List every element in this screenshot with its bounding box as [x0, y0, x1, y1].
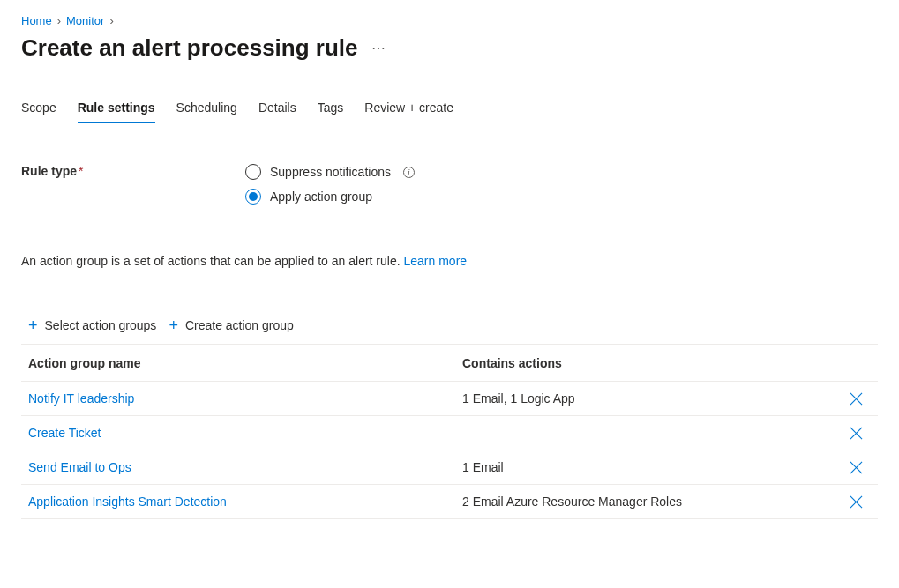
header-contains-actions: Contains actions	[462, 356, 841, 370]
action-group-link[interactable]: Create Ticket	[28, 426, 462, 440]
plus-icon: +	[28, 317, 38, 333]
breadcrumb: Home › Monitor ›	[21, 11, 878, 27]
remove-row-button[interactable]	[845, 422, 866, 443]
action-group-description: An action group is a set of actions that…	[21, 254, 878, 268]
tabs: Scope Rule settings Scheduling Details T…	[21, 100, 878, 123]
close-icon	[850, 461, 863, 474]
action-group-link[interactable]: Send Email to Ops	[28, 460, 462, 474]
radio-icon	[245, 189, 261, 205]
contains-actions-cell: 1 Email	[462, 460, 841, 474]
learn-more-link[interactable]: Learn more	[404, 254, 468, 268]
action-groups-table: Action group name Contains actions Notif…	[21, 344, 878, 519]
rule-type-section: Rule type* Suppress notifications i Appl…	[21, 164, 878, 205]
create-action-group-button[interactable]: + Create action group	[169, 317, 293, 333]
close-icon	[850, 427, 863, 440]
radio-apply-label: Apply action group	[270, 190, 372, 204]
table-row: Notify IT leadership 1 Email, 1 Logic Ap…	[21, 382, 878, 416]
page-title: Create an alert processing rule	[21, 34, 357, 62]
tab-scope[interactable]: Scope	[21, 100, 56, 123]
contains-actions-cell: 2 Email Azure Resource Manager Roles	[462, 495, 841, 509]
remove-row-button[interactable]	[845, 388, 866, 409]
tab-details[interactable]: Details	[258, 100, 296, 123]
rule-type-label-text: Rule type	[21, 164, 77, 178]
tab-rule-settings[interactable]: Rule settings	[78, 100, 155, 123]
radio-icon	[245, 164, 261, 180]
chevron-right-icon: ›	[109, 14, 113, 27]
remove-row-button[interactable]	[845, 491, 866, 512]
tab-review-create[interactable]: Review + create	[364, 100, 453, 123]
chevron-right-icon: ›	[57, 14, 61, 27]
select-action-groups-label: Select action groups	[45, 318, 157, 332]
action-group-link[interactable]: Application Insights Smart Detection	[28, 495, 462, 509]
radio-suppress-notifications[interactable]: Suppress notifications i	[245, 164, 415, 180]
title-row: Create an alert processing rule ⋯	[21, 34, 878, 62]
table-row: Application Insights Smart Detection 2 E…	[21, 485, 878, 519]
breadcrumb-home[interactable]: Home	[21, 14, 52, 27]
select-action-groups-button[interactable]: + Select action groups	[28, 317, 156, 333]
required-indicator: *	[79, 164, 83, 178]
header-action-group-name: Action group name	[28, 356, 462, 370]
description-text: An action group is a set of actions that…	[21, 254, 401, 268]
action-group-link[interactable]: Notify IT leadership	[28, 391, 462, 406]
create-action-group-label: Create action group	[185, 318, 294, 332]
radio-suppress-label: Suppress notifications	[270, 165, 391, 179]
table-row: Create Ticket	[21, 416, 878, 450]
rule-type-radio-group: Suppress notifications i Apply action gr…	[245, 164, 415, 205]
close-icon	[850, 392, 863, 406]
table-header: Action group name Contains actions	[21, 345, 878, 382]
breadcrumb-monitor[interactable]: Monitor	[66, 14, 104, 27]
contains-actions-cell: 1 Email, 1 Logic App	[462, 391, 841, 406]
radio-apply-action-group[interactable]: Apply action group	[245, 189, 415, 205]
plus-icon: +	[169, 317, 178, 333]
remove-row-button[interactable]	[845, 457, 866, 478]
tab-scheduling[interactable]: Scheduling	[176, 100, 237, 123]
action-group-buttons: + Select action groups + Create action g…	[21, 317, 878, 333]
more-icon[interactable]: ⋯	[371, 40, 387, 56]
table-row: Send Email to Ops 1 Email	[21, 450, 878, 485]
close-icon	[850, 495, 863, 509]
rule-type-label: Rule type*	[21, 164, 245, 205]
info-icon[interactable]: i	[403, 167, 415, 178]
tab-tags[interactable]: Tags	[318, 100, 344, 123]
